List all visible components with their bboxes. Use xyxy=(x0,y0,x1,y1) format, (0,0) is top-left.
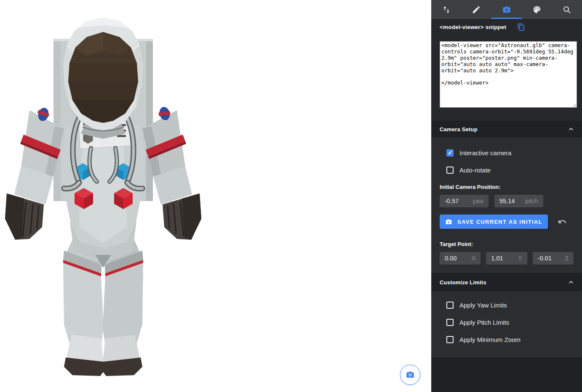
camera-setup-title: Camera Setup xyxy=(440,126,478,132)
customize-limits-title: Customize Limits xyxy=(440,279,486,286)
camera-setup-header[interactable]: Camera Setup xyxy=(431,121,582,138)
edit-pencil-icon xyxy=(472,5,481,14)
x-suffix: X xyxy=(470,255,476,262)
pitch-input[interactable] xyxy=(499,198,523,204)
checkbox-label: Apply Yaw Limits xyxy=(459,302,507,309)
snippet-title: <model-viewer> snippet xyxy=(440,24,506,30)
interactive-camera-checkbox[interactable] xyxy=(446,149,454,156)
copy-icon xyxy=(517,23,525,31)
apply-pitch-limits-row[interactable]: Apply Pitch Limits xyxy=(446,319,574,326)
copy-snippet-button[interactable] xyxy=(517,23,525,31)
save-button-label: SAVE CURRENT AS INITIAL xyxy=(457,219,542,225)
tab-materials[interactable] xyxy=(522,0,552,19)
checkbox-label: Interactive camera xyxy=(459,149,511,156)
panel-bottom-filler xyxy=(431,358,582,392)
apply-yaw-limits-row[interactable]: Apply Yaw Limits xyxy=(446,302,574,309)
apply-minimum-zoom-checkbox[interactable] xyxy=(446,336,454,343)
camera-icon xyxy=(406,370,415,379)
target-z-input[interactable] xyxy=(538,255,563,262)
apply-minimum-zoom-row[interactable]: Apply Minimum Zoom xyxy=(446,336,574,343)
search-icon xyxy=(562,5,571,14)
tab-camera[interactable] xyxy=(491,0,522,19)
target-y-field[interactable]: Y xyxy=(486,252,527,265)
snippet-section: <model-viewer> snippet <model-viewer src… xyxy=(431,19,582,121)
panel-toolbar xyxy=(431,0,582,19)
initial-camera-position-label: Initial Camera Position: xyxy=(440,184,574,190)
undo-icon xyxy=(558,217,567,226)
checkbox-label: Apply Minimum Zoom xyxy=(459,336,521,343)
yaw-input[interactable] xyxy=(445,198,471,204)
model-viewer-editor: <model-viewer> snippet <model-viewer src… xyxy=(0,0,582,392)
chevron-up-icon[interactable] xyxy=(567,125,575,133)
pitch-suffix: pitch xyxy=(523,198,538,204)
camera-icon xyxy=(445,218,452,225)
yaw-field[interactable]: yaw xyxy=(440,195,489,207)
snippet-code-textarea[interactable]: <model-viewer src="Astronaut.glb" camera… xyxy=(440,41,577,108)
z-suffix: Z xyxy=(563,255,569,262)
camera-icon xyxy=(502,5,511,14)
astronaut-model[interactable] xyxy=(0,0,431,392)
target-z-field[interactable]: Z xyxy=(533,252,574,265)
tab-inspector[interactable] xyxy=(552,0,582,19)
interactive-camera-row[interactable]: Interactive camera xyxy=(446,149,574,156)
yaw-suffix: yaw xyxy=(471,198,483,204)
tab-edit[interactable] xyxy=(462,0,492,19)
import-export-icon xyxy=(442,5,451,14)
customize-limits-body: Apply Yaw Limits Apply Pitch Limits Appl… xyxy=(431,291,582,358)
y-suffix: Y xyxy=(516,255,522,262)
save-current-as-initial-button[interactable]: SAVE CURRENT AS INITIAL xyxy=(440,215,548,229)
apply-yaw-limits-checkbox[interactable] xyxy=(446,302,454,309)
tab-file-controls[interactable] xyxy=(431,0,462,19)
chevron-up-icon[interactable] xyxy=(567,278,575,286)
camera-setup-body: Interactive camera Auto-rotate Initial C… xyxy=(431,138,582,273)
model-viewport[interactable] xyxy=(0,0,431,392)
editor-panel: <model-viewer> snippet <model-viewer src… xyxy=(431,0,582,392)
pitch-field[interactable]: pitch xyxy=(494,195,543,207)
undo-camera-button[interactable] xyxy=(558,217,567,226)
target-x-input[interactable] xyxy=(445,255,470,262)
apply-pitch-limits-checkbox[interactable] xyxy=(446,319,454,326)
camera-capture-button[interactable] xyxy=(400,365,420,385)
auto-rotate-checkbox[interactable] xyxy=(446,167,454,174)
target-y-input[interactable] xyxy=(491,255,516,262)
customize-limits-header[interactable]: Customize Limits xyxy=(431,273,582,291)
checkbox-label: Apply Pitch Limits xyxy=(459,319,509,326)
auto-rotate-row[interactable]: Auto-rotate xyxy=(446,167,574,174)
palette-icon xyxy=(532,5,542,14)
checkbox-label: Auto-rotate xyxy=(459,167,491,174)
target-x-field[interactable]: X xyxy=(440,252,481,265)
target-point-label: Target Point: xyxy=(440,241,574,247)
